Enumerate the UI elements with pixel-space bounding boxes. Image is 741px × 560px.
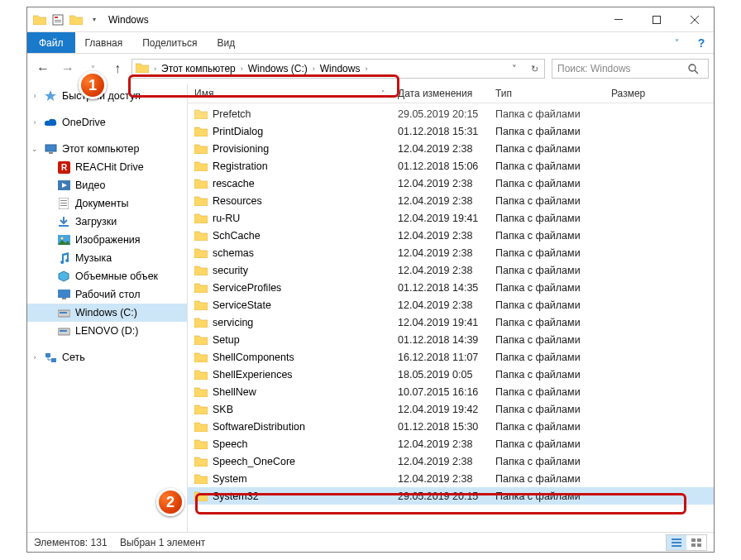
file-name: servicing xyxy=(213,317,253,328)
file-list[interactable]: Prefetch29.05.2019 20:15Папка с файламиP… xyxy=(188,103,714,532)
file-row[interactable]: ru-RU12.04.2019 19:41Папка с файлами xyxy=(188,209,714,227)
refresh-icon[interactable]: ↻ xyxy=(524,60,544,78)
file-type: Папка с файлами xyxy=(495,160,611,172)
ribbon-tab-home[interactable]: Главная xyxy=(75,32,133,53)
sidebar-item[interactable]: Документы xyxy=(27,194,187,213)
column-date[interactable]: Дата изменения xyxy=(398,88,495,99)
explorer-window: ▾ Windows Файл Главная Поделиться Вид ˅ … xyxy=(26,7,715,553)
sidebar-item[interactable]: RREACHit Drive xyxy=(27,158,187,176)
sidebar-item[interactable]: Изображения xyxy=(27,231,187,249)
recent-dropdown-icon[interactable]: ˅ xyxy=(82,58,103,79)
sidebar-item[interactable]: LENOVO (D:) xyxy=(27,322,187,340)
file-name: ServiceState xyxy=(213,299,271,311)
svg-rect-26 xyxy=(60,330,67,332)
file-row[interactable]: Speech_OneCore12.04.2019 2:38Папка с фай… xyxy=(188,452,714,470)
sidebar-this-pc[interactable]: ⌄ Этот компьютер xyxy=(27,140,187,158)
file-row[interactable]: security12.04.2019 2:38Папка с файлами xyxy=(188,261,714,279)
ribbon-tab-view[interactable]: Вид xyxy=(207,32,245,53)
file-row[interactable]: Resources12.04.2019 2:38Папка с файлами xyxy=(188,192,714,209)
chevron-right-icon[interactable]: › xyxy=(363,65,369,73)
sidebar-item[interactable]: Видео xyxy=(27,176,187,194)
folder-icon xyxy=(32,12,47,27)
column-type[interactable]: Тип xyxy=(495,88,611,99)
thumbnails-view-icon[interactable] xyxy=(686,535,706,550)
chevron-right-icon[interactable]: › xyxy=(311,65,317,73)
ribbon-file-tab[interactable]: Файл xyxy=(27,32,75,53)
file-row[interactable]: System12.04.2019 2:38Папка с файлами xyxy=(188,470,714,487)
close-button[interactable] xyxy=(676,7,714,32)
svg-rect-17 xyxy=(60,205,67,206)
file-row[interactable]: ShellExperiences18.05.2019 0:05Папка с ф… xyxy=(188,366,714,383)
folder-icon xyxy=(194,178,208,189)
qat-dropdown-icon[interactable]: ▾ xyxy=(87,12,102,27)
breadcrumb-folder[interactable]: Windows xyxy=(317,63,364,74)
address-dropdown-icon[interactable]: ˅ xyxy=(504,60,524,78)
breadcrumb-drive[interactable]: Windows (C:) xyxy=(245,63,311,74)
sidebar-onedrive[interactable]: › OneDrive xyxy=(27,113,187,132)
svg-rect-31 xyxy=(672,545,681,547)
ribbon-tab-share[interactable]: Поделиться xyxy=(132,32,207,53)
folder-icon xyxy=(194,299,208,310)
file-row[interactable]: ServiceState12.04.2019 2:38Папка с файла… xyxy=(188,296,714,314)
file-row[interactable]: Provisioning12.04.2019 2:38Папка с файла… xyxy=(188,140,714,157)
file-row[interactable]: Setup01.12.2018 14:39Папка с файлами xyxy=(188,331,714,348)
expand-caret-icon[interactable]: › xyxy=(31,353,39,361)
chevron-right-icon[interactable]: › xyxy=(152,65,158,73)
sidebar-network[interactable]: › Сеть xyxy=(27,348,187,366)
file-row[interactable]: Registration01.12.2018 15:06Папка с файл… xyxy=(188,157,714,175)
svg-rect-34 xyxy=(691,543,696,547)
maximize-button[interactable] xyxy=(638,7,676,32)
sidebar-item[interactable]: Windows (C:) xyxy=(27,304,187,322)
file-row[interactable]: ServiceProfiles01.12.2018 14:35Папка с ф… xyxy=(188,279,714,296)
file-row[interactable]: SchCache12.04.2019 2:38Папка с файлами xyxy=(188,227,714,244)
breadcrumb-thispc[interactable]: Этот компьютер xyxy=(158,63,239,74)
collapse-caret-icon[interactable]: ⌄ xyxy=(31,145,39,153)
folder-icon xyxy=(194,421,208,432)
video-icon xyxy=(57,179,70,192)
file-row[interactable]: schemas12.04.2019 2:38Папка с файлами xyxy=(188,244,714,261)
ribbon-collapse-icon[interactable]: ˅ xyxy=(664,32,689,53)
folder-icon xyxy=(194,386,208,397)
file-row[interactable]: System3229.05.2019 20:15Папка с файлами xyxy=(188,487,714,505)
address-bar[interactable]: › Этот компьютер › Windows (C:) › Window… xyxy=(131,59,545,79)
file-row[interactable]: Speech12.04.2019 2:38Папка с файлами xyxy=(188,435,714,452)
minimize-button[interactable] xyxy=(600,7,638,32)
sidebar-item[interactable]: Рабочий стол xyxy=(27,285,187,304)
properties-icon[interactable] xyxy=(50,12,65,27)
folder-icon xyxy=(194,195,208,206)
file-name: SKB xyxy=(213,404,233,415)
nav-pane[interactable]: › Быстрый доступ › OneDrive xyxy=(27,84,188,532)
details-view-icon[interactable] xyxy=(667,535,686,550)
forward-button[interactable]: → xyxy=(57,58,79,79)
file-name: Speech xyxy=(213,438,247,450)
file-row[interactable]: rescache12.04.2019 2:38Папка с файлами xyxy=(188,175,714,192)
sidebar-item[interactable]: Объемные объек xyxy=(27,267,187,285)
file-name: ShellNew xyxy=(213,386,256,398)
file-row[interactable]: SKB12.04.2019 19:42Папка с файлами xyxy=(188,400,714,418)
file-row[interactable]: SoftwareDistribution01.12.2018 15:30Папк… xyxy=(188,418,714,435)
new-folder-qat-icon[interactable] xyxy=(69,12,84,27)
search-icon[interactable] xyxy=(688,64,708,74)
file-name: Provisioning xyxy=(213,143,269,155)
file-row[interactable]: Prefetch29.05.2019 20:15Папка с файлами xyxy=(188,105,714,122)
file-row[interactable]: ShellComponents16.12.2018 11:07Папка с ф… xyxy=(188,348,714,366)
up-button[interactable]: ↑ xyxy=(107,58,128,79)
file-row[interactable]: ShellNew10.07.2015 16:16Папка с файлами xyxy=(188,383,714,400)
sidebar-item-label: REACHit Drive xyxy=(75,161,144,173)
help-icon[interactable]: ? xyxy=(689,32,714,53)
back-button[interactable]: ← xyxy=(32,58,54,79)
chevron-right-icon[interactable]: › xyxy=(239,65,245,73)
file-row[interactable]: servicing12.04.2019 19:41Папка с файлами xyxy=(188,314,714,331)
search-input[interactable]: Поиск: Windows xyxy=(552,59,709,79)
file-row[interactable]: PrintDialog01.12.2018 15:31Папка с файла… xyxy=(188,122,714,140)
svg-rect-9 xyxy=(49,152,53,154)
file-date: 01.12.2018 15:06 xyxy=(398,160,495,172)
expand-caret-icon[interactable]: › xyxy=(31,118,39,127)
sidebar-quick-access[interactable]: › Быстрый доступ xyxy=(27,87,187,105)
sidebar-item[interactable]: Музыка xyxy=(27,249,187,267)
expand-caret-icon[interactable]: › xyxy=(31,92,39,100)
sidebar-item[interactable]: Загрузки xyxy=(27,213,187,231)
column-name[interactable]: Имя ˄ xyxy=(188,88,398,99)
column-size[interactable]: Размер xyxy=(611,88,677,99)
file-date: 12.04.2019 2:38 xyxy=(398,143,495,155)
